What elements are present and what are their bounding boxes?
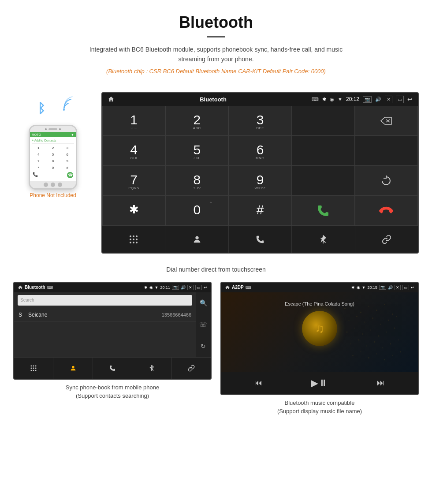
svg-point-46	[350, 343, 351, 344]
dial-key-4[interactable]: 4 GHI	[102, 136, 165, 166]
pb-bt-icon: ✱	[144, 285, 148, 290]
music-caption-line1: Bluetooth music compatible	[285, 399, 355, 406]
music-caption-line2: (Support display music file name)	[277, 408, 362, 414]
pb-back-icon: ↩	[204, 285, 207, 290]
music-next-btn[interactable]: ⏭	[377, 378, 385, 388]
svg-point-5	[136, 235, 138, 237]
svg-point-40	[354, 328, 355, 329]
music-status-bar: A2DP ⌨ ✱ ◉ ▼ 20:15 📷 🔊 ✕ ▭ ↩	[221, 283, 418, 292]
music-usb-icon: ⌨	[246, 285, 251, 290]
car-nav-link[interactable]	[355, 226, 418, 253]
dial-key-6[interactable]: 6 MNO	[228, 136, 291, 166]
pb-call-icon[interactable]: ☏	[199, 321, 207, 328]
pb-right-icons: 🔍 ☏ ↻	[196, 292, 211, 357]
phone-key-6: 6	[60, 152, 74, 157]
phone-call-icon: 📞	[33, 172, 38, 178]
pb-search-bar: Search	[14, 292, 196, 308]
phone-not-included-label: Phone Not Included	[30, 192, 76, 198]
pb-search-icon[interactable]: 🔍	[200, 299, 207, 306]
svg-point-12	[195, 236, 198, 239]
phone-menu-btn	[58, 183, 62, 187]
car-nav-bluetooth[interactable]	[292, 226, 355, 253]
svg-point-36	[380, 324, 381, 325]
dial-refresh[interactable]	[355, 166, 418, 196]
svg-point-22	[35, 370, 37, 371]
phone-key-1: 1	[32, 145, 45, 151]
car-signal-icon: ▼	[338, 97, 343, 102]
svg-point-6	[130, 239, 131, 240]
phone-key-4: 4	[32, 152, 45, 157]
phone-back-btn	[44, 183, 48, 187]
car-bottom-nav	[102, 226, 418, 253]
pb-layout-icon: ▭	[195, 285, 202, 290]
dial-key-0[interactable]: 0 +	[165, 196, 228, 226]
car-screen-title: Bluetooth	[118, 96, 308, 103]
main-caption: Dial number direct from touchscreen	[0, 262, 432, 282]
pb-nav-link[interactable]	[172, 358, 211, 379]
pb-dialpad-icon	[30, 365, 37, 372]
dial-key-7[interactable]: 7 PQRS	[102, 166, 165, 196]
dial-key-8[interactable]: 8 TUV	[165, 166, 228, 196]
header-description: Integrated with BC6 Bluetooth module, su…	[84, 45, 348, 64]
music-title: A2DP	[232, 285, 244, 290]
pb-x-icon: ✕	[187, 285, 194, 290]
music-main: Escape (The Pina Colada Song)	[221, 292, 418, 372]
dial-key-3[interactable]: 3 DEF	[228, 106, 291, 136]
car-nav-contacts[interactable]	[165, 226, 228, 253]
dial-backspace[interactable]	[355, 106, 418, 136]
svg-point-4	[133, 235, 134, 237]
svg-point-10	[133, 242, 134, 243]
dial-key-star[interactable]: ✱	[102, 196, 165, 226]
pb-contact-row[interactable]: S Seicane 13566664466	[14, 308, 196, 322]
car-volume-icon: 🔊	[375, 97, 381, 102]
svg-point-56	[376, 353, 377, 354]
svg-point-20	[31, 370, 32, 371]
svg-point-32	[349, 320, 350, 321]
svg-point-17	[31, 367, 32, 369]
pb-nav-contacts[interactable]	[53, 358, 93, 379]
pb-sig-icon: ▼	[155, 285, 159, 290]
dial-key-5[interactable]: 5 JKL	[165, 136, 228, 166]
music-screenshot-item: A2DP ⌨ ✱ ◉ ▼ 20:15 📷 🔊 ✕ ▭ ↩ Escape (The…	[220, 282, 419, 419]
dial-empty-2	[292, 136, 355, 166]
music-playpause-btn[interactable]: ▶⏸	[311, 377, 328, 389]
music-prev-btn[interactable]: ⏮	[254, 378, 262, 388]
svg-point-53	[352, 355, 354, 356]
svg-point-59	[400, 351, 401, 352]
svg-point-11	[136, 242, 138, 243]
svg-point-33	[356, 315, 358, 317]
dial-key-hash[interactable]: #	[228, 196, 291, 226]
pb-search-input[interactable]: Search	[18, 295, 192, 306]
phone-key-8: 8	[46, 158, 60, 164]
dial-call-green[interactable]	[292, 196, 355, 226]
music-home-icon	[225, 285, 230, 290]
pb-nav-bluetooth[interactable]	[132, 358, 171, 379]
phone-key-0: 0	[46, 165, 60, 171]
music-note-icon: ♫	[315, 321, 324, 336]
phone-container: ᛒ MOTO ▼ + Add to Co	[13, 92, 93, 198]
car-back-icon: ↩	[407, 96, 413, 103]
pb-nav-calls[interactable]	[93, 358, 132, 379]
pb-list: Search S Seicane 13566664466	[14, 292, 196, 357]
pb-search-placeholder: Search	[20, 298, 34, 302]
phonebook-screenshot-item: Bluetooth ⌨ ✱ ◉ ▼ 20:11 📷 🔊 ✕ ▭ ↩ Search	[13, 282, 212, 419]
car-nav-calls[interactable]	[229, 226, 292, 253]
contacts-icon	[192, 235, 202, 244]
phone-key-9: 9	[60, 158, 74, 164]
dial-key-1[interactable]: 1 ∽∽	[102, 106, 165, 136]
dial-call-red[interactable]	[355, 196, 418, 226]
bottom-screenshots: Bluetooth ⌨ ✱ ◉ ▼ 20:11 📷 🔊 ✕ ▭ ↩ Search	[0, 282, 432, 428]
middle-section: ᛒ MOTO ▼ + Add to Co	[0, 83, 432, 262]
svg-point-50	[382, 347, 383, 348]
pb-nav-dialpad[interactable]	[14, 358, 53, 379]
car-location-icon: ◉	[330, 97, 334, 102]
dial-key-2[interactable]: 2 ABC	[165, 106, 228, 136]
car-nav-dialpad[interactable]	[102, 226, 165, 253]
svg-point-41	[362, 333, 364, 335]
car-status-bar: Bluetooth ⌨ ✱ ◉ ▼ 20:12 📷 🔊 ✕ ▭ ↩	[102, 93, 418, 106]
phone-call-buttons: 📞 ☎	[32, 171, 74, 179]
signal-illustration: ᛒ	[29, 92, 77, 123]
pb-refresh-icon[interactable]: ↻	[201, 343, 206, 350]
dial-key-9[interactable]: 9 WXYZ	[228, 166, 291, 196]
phone-notif-icons: ▼	[71, 133, 74, 136]
